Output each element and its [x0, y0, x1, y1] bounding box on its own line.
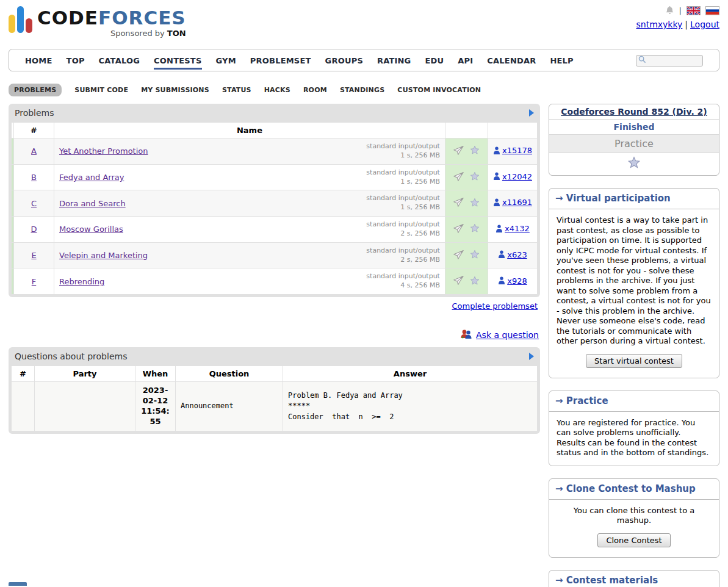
nav-item-edu[interactable]: EDU: [425, 51, 444, 70]
sponsored-by-label: Sponsored by: [110, 29, 165, 38]
q-col-question: Question: [176, 366, 283, 382]
submit-paper-plane-icon[interactable]: [453, 275, 464, 287]
subnav-custom-invocation[interactable]: CUSTOM INVOCATION: [397, 86, 481, 94]
nav-item-calendar[interactable]: CALENDAR: [487, 51, 536, 70]
question-row: 2023-02-12 11:54:55 Announcement Problem…: [12, 382, 538, 431]
favorite-star-icon[interactable]: [470, 171, 480, 183]
nav-item-rating[interactable]: RATING: [377, 51, 411, 70]
expand-arrow-icon[interactable]: [528, 109, 534, 117]
sidebar: Codeforces Round 852 (Div. 2) Finished P…: [549, 104, 719, 587]
codeforces-logo[interactable]: CODEFORCES Sponsored by TON: [9, 5, 210, 37]
problem-row-d: D Moscow Gorillasstandard input/output2 …: [12, 217, 538, 243]
nav-item-gym[interactable]: GYM: [216, 51, 236, 70]
username-link[interactable]: sntmxykky: [636, 20, 682, 29]
problem-row-f: F Rebrendingstandard input/output4 s, 25…: [12, 268, 538, 295]
questions-box: Questions about problems # Party When Qu…: [9, 347, 540, 434]
solved-count-link[interactable]: x11691: [493, 198, 532, 207]
ton-brand: TON: [167, 29, 186, 38]
subnav-submit-code[interactable]: SUBMIT CODE: [74, 86, 128, 94]
ask-question-link[interactable]: Ask a question: [476, 330, 539, 340]
problem-letter-link[interactable]: E: [31, 251, 36, 260]
logo-forces: FORCES: [98, 7, 186, 29]
subnav-standings[interactable]: STANDINGS: [340, 86, 384, 94]
favorite-star-icon[interactable]: [470, 223, 480, 235]
clone-contest-button[interactable]: Clone Contest: [597, 533, 670, 547]
submit-paper-plane-icon[interactable]: [453, 250, 464, 262]
solved-count-link[interactable]: x928: [498, 276, 527, 286]
questions-header-row: # Party When Question Answer: [12, 366, 538, 382]
complete-problemset-link[interactable]: Complete problemset: [452, 301, 538, 311]
logo-code: CODE: [37, 7, 98, 29]
q-question-cell: Announcement: [176, 382, 283, 431]
nav-item-help[interactable]: HELP: [550, 51, 573, 70]
solved-count-link[interactable]: x623: [498, 250, 527, 259]
problem-name-link[interactable]: Fedya and Array: [59, 173, 124, 182]
practice-box: → Practice You are registered for practi…: [549, 391, 719, 466]
nav-item-api[interactable]: API: [458, 51, 473, 70]
contest-info-box: Codeforces Round 852 (Div. 2) Finished P…: [549, 104, 719, 176]
flag-ru-icon[interactable]: [705, 6, 719, 15]
problem-letter-link[interactable]: B: [31, 173, 37, 182]
submit-paper-plane-icon[interactable]: [453, 223, 464, 236]
favorite-star-icon[interactable]: [470, 145, 480, 157]
favorite-star-icon[interactable]: [470, 250, 480, 261]
page-header: CODEFORCES Sponsored by TON |: [0, 0, 728, 49]
problem-letter-link[interactable]: D: [31, 225, 37, 234]
problems-box: Problems # Name A Yet Another Promo: [9, 104, 540, 297]
q-col-party: Party: [35, 366, 135, 382]
problem-limits: standard input/output2 s, 256 MB: [366, 220, 440, 239]
problem-row-a: A Yet Another Promotionstandard input/ou…: [12, 139, 538, 165]
favorite-star-icon[interactable]: [470, 276, 480, 287]
subnav-status[interactable]: STATUS: [222, 86, 251, 94]
contest-status: Finished: [549, 120, 719, 135]
problems-caption: Problems: [15, 108, 54, 118]
contest-title-link[interactable]: Codeforces Round 852 (Div. 2): [561, 107, 707, 117]
flag-en-icon[interactable]: [687, 6, 701, 15]
solver-person-icon: [493, 172, 500, 181]
q-col-answer: Answer: [283, 366, 538, 382]
problem-letter-link[interactable]: F: [32, 277, 36, 286]
q-answer-cell: Problem B. Fedya and Array ***** Conside…: [283, 382, 538, 431]
submit-paper-plane-icon[interactable]: [453, 197, 464, 209]
favorite-star-icon[interactable]: [470, 198, 480, 209]
subnav-my-submissions[interactable]: MY SUBMISSIONS: [141, 86, 209, 94]
contest-favorite-star-icon[interactable]: [627, 161, 641, 171]
problem-name-link[interactable]: Dora and Search: [59, 199, 126, 208]
nav-item-catalog[interactable]: CATALOG: [99, 51, 140, 70]
virtual-participation-box: → Virtual participation Virtual contest …: [549, 188, 719, 378]
virtual-participation-title: → Virtual participation: [549, 189, 719, 209]
subnav-hacks[interactable]: HACKS: [264, 86, 290, 94]
nav-item-problemset[interactable]: PROBLEMSET: [250, 51, 311, 70]
nav-item-top[interactable]: TOP: [67, 51, 85, 70]
nav-item-home[interactable]: HOME: [25, 51, 52, 70]
problem-name-link[interactable]: Velepin and Marketing: [59, 251, 148, 260]
q-col-when: When: [135, 366, 176, 382]
problem-name-link[interactable]: Moscow Gorillas: [59, 225, 123, 234]
q-party-cell: [35, 382, 135, 431]
problem-name-link[interactable]: Yet Another Promotion: [59, 146, 148, 156]
ask-question-icon: [460, 329, 473, 341]
practice-title: → Practice: [549, 391, 719, 412]
submit-paper-plane-icon[interactable]: [453, 171, 464, 184]
expand-arrow-icon[interactable]: [528, 353, 534, 360]
problem-letter-link[interactable]: C: [31, 199, 37, 208]
problem-limits: standard input/output4 s, 256 MB: [366, 272, 440, 290]
subnav-room[interactable]: ROOM: [303, 86, 327, 94]
logout-link[interactable]: Logout: [690, 20, 719, 29]
problem-letter-link[interactable]: A: [31, 146, 37, 156]
nav-item-groups[interactable]: GROUPS: [325, 51, 363, 70]
contest-materials-title: → Contest materials: [549, 571, 719, 587]
header-top-right: | sntmxykky|Logout: [636, 5, 719, 29]
subnav-problems[interactable]: PROBLEMS: [9, 84, 62, 96]
solver-person-icon: [496, 225, 503, 233]
solved-count-link[interactable]: x12042: [493, 172, 532, 181]
clone-mashup-text: You can clone this contest to a mashup.: [574, 506, 695, 525]
nav-item-contests[interactable]: CONTESTS: [154, 51, 201, 70]
solved-count-link[interactable]: x4132: [496, 224, 530, 233]
bell-icon[interactable]: [665, 5, 674, 15]
problem-name-link[interactable]: Rebrending: [59, 277, 104, 286]
solved-count-link[interactable]: x15178: [493, 146, 532, 155]
main-navigation: HOME TOP CATALOG CONTESTS GYM PROBLEMSET…: [9, 49, 719, 71]
submit-paper-plane-icon[interactable]: [453, 145, 464, 157]
start-virtual-contest-button[interactable]: Start virtual contest: [586, 354, 682, 368]
